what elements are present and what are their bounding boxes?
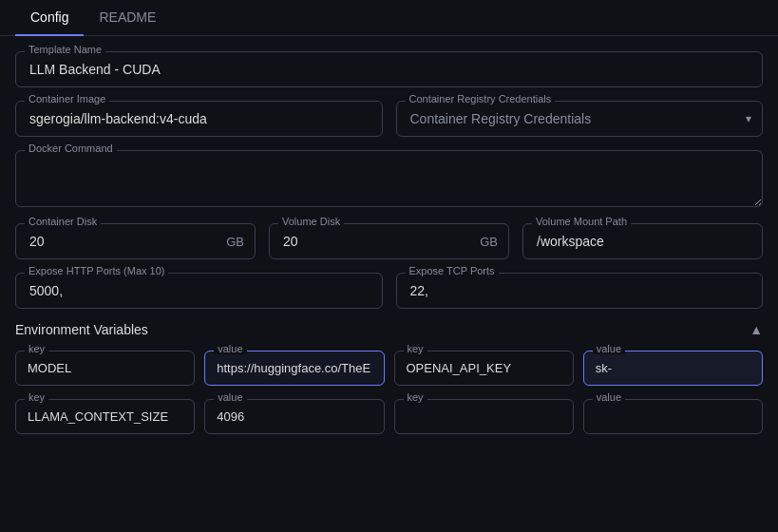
env-key2-input[interactable] xyxy=(394,351,574,386)
env-key4-input[interactable] xyxy=(394,399,574,434)
env-key2-field: key xyxy=(394,351,574,386)
volume-disk-input[interactable] xyxy=(269,223,509,259)
env-value1-input[interactable] xyxy=(204,351,384,386)
tab-readme[interactable]: README xyxy=(84,0,171,36)
container-disk-input[interactable] xyxy=(15,223,256,259)
docker-command-label: Docker Command xyxy=(25,142,117,154)
expose-http-ports-input[interactable] xyxy=(15,273,383,309)
env-key4-label: key xyxy=(404,391,427,403)
template-name-label: Template Name xyxy=(25,44,105,55)
env-value1-field: value xyxy=(204,351,384,386)
chevron-up-icon: ▲ xyxy=(750,322,763,337)
volume-disk-field: Volume Disk GB xyxy=(269,223,509,259)
expose-http-ports-label: Expose HTTP Ports (Max 10) xyxy=(25,265,168,276)
env-key1-input[interactable] xyxy=(15,351,195,386)
form-content: Template Name Container Image Container … xyxy=(0,36,778,449)
container-disk-field: Container Disk GB xyxy=(15,223,256,259)
expose-http-ports-field: Expose HTTP Ports (Max 10) xyxy=(15,273,383,309)
container-image-field: Container Image xyxy=(15,101,383,137)
container-creds-label: Container Registry Credentials xyxy=(406,93,556,104)
env-value1-label: value xyxy=(214,343,246,354)
expose-tcp-ports-input[interactable] xyxy=(396,273,764,309)
env-row-2: key value key value xyxy=(15,399,763,434)
expose-tcp-ports-field: Expose TCP Ports xyxy=(396,273,764,309)
volume-mount-path-label: Volume Mount Path xyxy=(532,216,631,227)
env-value2-input[interactable] xyxy=(583,351,763,386)
env-value3-field: value xyxy=(204,399,384,434)
container-image-label: Container Image xyxy=(25,93,109,104)
env-key3-input[interactable] xyxy=(15,399,195,434)
env-key3-field: key xyxy=(15,399,195,434)
tab-config[interactable]: Config xyxy=(15,0,84,36)
env-key1-field: key xyxy=(15,351,195,386)
template-name-field: Template Name xyxy=(15,51,763,87)
env-vars-header[interactable]: Environment Variables ▲ xyxy=(15,322,763,337)
ports-row: Expose HTTP Ports (Max 10) Expose TCP Po… xyxy=(15,273,763,309)
env-value3-label: value xyxy=(214,391,246,403)
template-name-input[interactable] xyxy=(15,51,763,87)
container-disk-suffix: GB xyxy=(226,235,244,249)
volume-mount-path-input[interactable] xyxy=(522,223,763,259)
container-creds-select[interactable]: Container Registry Credentials xyxy=(396,101,764,137)
env-value3-input[interactable] xyxy=(204,399,384,434)
env-value2-field: value xyxy=(583,351,763,386)
container-row: Container Image Container Registry Crede… xyxy=(15,101,763,137)
tab-bar: Config README xyxy=(0,0,778,36)
volume-disk-label: Volume Disk xyxy=(278,216,344,227)
env-row-1: key value key value xyxy=(15,351,763,386)
volume-mount-path-field: Volume Mount Path xyxy=(522,223,763,259)
container-creds-select-wrapper: Container Registry Credentials ▾ xyxy=(396,101,764,137)
env-key1-label: key xyxy=(25,343,48,354)
env-value4-label: value xyxy=(593,391,625,403)
env-value4-field: value xyxy=(583,399,763,434)
env-vars-section: Environment Variables ▲ xyxy=(15,322,763,337)
docker-command-input[interactable] xyxy=(15,150,763,207)
volume-disk-suffix: GB xyxy=(480,235,498,249)
env-value2-label: value xyxy=(593,343,625,354)
container-disk-label: Container Disk xyxy=(25,216,101,227)
container-creds-field: Container Registry Credentials Container… xyxy=(396,101,764,137)
container-image-input[interactable] xyxy=(15,101,383,137)
disk-row: Container Disk GB Volume Disk GB Volume … xyxy=(15,223,763,259)
docker-command-field: Docker Command xyxy=(15,150,763,210)
expose-tcp-ports-label: Expose TCP Ports xyxy=(406,265,499,276)
env-key4-field: key xyxy=(394,399,574,434)
env-key3-label: key xyxy=(25,391,48,403)
env-vars-title: Environment Variables xyxy=(15,322,148,337)
env-value4-input[interactable] xyxy=(583,399,763,434)
env-key2-label: key xyxy=(404,343,427,354)
